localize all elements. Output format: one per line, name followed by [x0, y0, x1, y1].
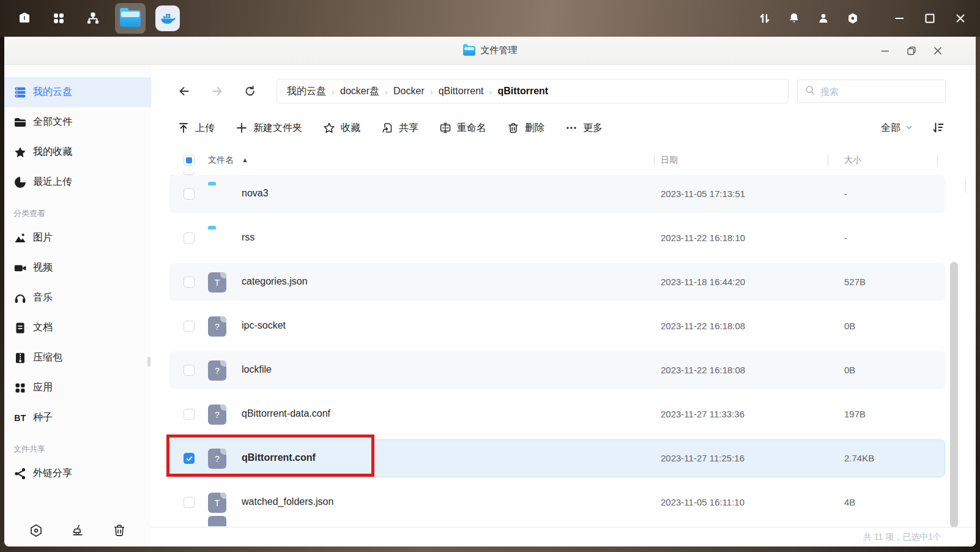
row-checkbox[interactable]: [184, 409, 195, 420]
sort-asc-icon[interactable]: ▲: [242, 156, 248, 163]
rename-button[interactable]: 重命名: [439, 122, 486, 135]
clean-broom-icon[interactable]: [70, 523, 85, 538]
transfer-icon[interactable]: [757, 11, 772, 26]
document-icon: [13, 321, 28, 335]
list-scrollbar-thumb[interactable]: [950, 262, 958, 528]
column-header-name[interactable]: 文件名: [208, 155, 234, 166]
bt-torrent-icon: BT: [13, 411, 28, 425]
table-row[interactable]: nova3 2023-11-05 17:13:51 -: [151, 172, 976, 216]
window-close-icon[interactable]: [932, 45, 943, 56]
sidebar-item-my-cloud-drive[interactable]: 我的云盘: [4, 77, 151, 107]
sidebar-item-archives[interactable]: 压缩包: [4, 343, 151, 373]
notifications-bell-icon[interactable]: [787, 11, 801, 26]
select-all-checkbox[interactable]: [184, 155, 195, 166]
filter-all-dropdown[interactable]: 全部: [881, 122, 913, 135]
sidebar-item-external-share[interactable]: 外链分享: [4, 458, 151, 488]
system-settings-icon[interactable]: [845, 11, 860, 26]
sidebar-item-images[interactable]: 图片: [4, 223, 151, 253]
breadcrumb-item-current[interactable]: qBittorrent: [498, 86, 549, 97]
sidebar-item-label: 最近上传: [33, 176, 72, 188]
sidebar-item-all-files[interactable]: 全部文件: [4, 107, 151, 137]
star-outline-icon: [323, 122, 335, 134]
row-checkbox[interactable]: [184, 365, 195, 376]
search-box[interactable]: [797, 80, 946, 103]
sidebar-item-torrents[interactable]: BT 种子: [4, 403, 151, 433]
row-checkbox[interactable]: [184, 188, 195, 200]
more-dots-icon: [565, 122, 577, 134]
sidebar-item-label: 文档: [33, 321, 53, 334]
column-header-size[interactable]: 大小: [844, 155, 861, 166]
taskbar-maximize-icon[interactable]: [922, 11, 937, 26]
table-row[interactable]: rss 2023-11-22 16:18:10 -: [151, 216, 976, 260]
sidebar-item-recent-uploads[interactable]: 最近上传: [4, 167, 151, 197]
more-button[interactable]: 更多: [565, 122, 603, 135]
row-checkbox[interactable]: [184, 233, 195, 244]
table-row[interactable]: T watched_folders.json 2023-11-05 16:11:…: [151, 480, 976, 524]
headphones-icon: [13, 291, 28, 305]
file-manager-window: 文件管理 我的云盘: [4, 37, 976, 546]
chevron-right-icon: ›: [430, 86, 433, 97]
search-input[interactable]: [820, 86, 938, 97]
new-folder-button[interactable]: 新建文件夹: [236, 122, 302, 135]
table-row[interactable]: ? ipc-socket 2023-11-22 16:18:08 0B: [151, 304, 976, 348]
unknown-file-icon: ?: [208, 316, 226, 337]
home-icon: [17, 11, 32, 26]
sort-order-icon[interactable]: [931, 121, 946, 135]
folder-icon: [120, 10, 141, 27]
forward-icon[interactable]: [210, 84, 224, 98]
share-button[interactable]: 共享: [381, 122, 418, 135]
user-icon[interactable]: [816, 11, 831, 26]
sidebar-item-documents[interactable]: 文档: [4, 313, 151, 343]
docker-app-button[interactable]: [155, 6, 180, 31]
apps-grid-icon: [13, 381, 28, 395]
upload-button[interactable]: 上传: [177, 122, 215, 135]
sidebar-scrollbar[interactable]: [147, 357, 150, 367]
window-restore-icon[interactable]: [906, 45, 916, 56]
sidebar-item-label: 视频: [33, 261, 53, 274]
annotation-red-box: [166, 435, 374, 477]
sidebar-item-label: 我的收藏: [33, 146, 72, 159]
delete-button[interactable]: 删除: [507, 122, 544, 135]
row-checkbox[interactable]: [184, 321, 195, 332]
window-minimize-icon[interactable]: [880, 45, 890, 56]
sidebar-item-favorites[interactable]: 我的收藏: [4, 137, 151, 167]
breadcrumb-item[interactable]: Docker: [393, 86, 425, 97]
table-row[interactable]: ? lockfile 2023-11-22 16:18:08 0B: [151, 348, 976, 392]
taskbar-minimize-icon[interactable]: [892, 11, 907, 26]
sidebar-item-label: 音乐: [33, 291, 53, 304]
refresh-icon[interactable]: [243, 84, 257, 98]
cloud-drive-icon: [13, 85, 28, 100]
app-grid-button[interactable]: [46, 6, 71, 31]
breadcrumb-item[interactable]: 我的云盘: [287, 85, 326, 98]
sidebar: 我的云盘 全部文件 我的收藏 最近上传 分类查看: [4, 65, 151, 546]
video-camera-icon: [13, 261, 28, 275]
sidebar-section-category: 分类查看: [13, 208, 151, 219]
trash-icon: [507, 122, 519, 134]
partial-row-file-icon: [208, 516, 226, 526]
home-button[interactable]: [12, 6, 37, 31]
back-icon[interactable]: [177, 84, 191, 98]
settings-hexagon-icon[interactable]: [29, 523, 43, 538]
window-titlebar[interactable]: 文件管理: [4, 37, 976, 65]
table-row[interactable]: T categories.json 2023-11-18 16:44:20 52…: [151, 260, 976, 304]
taskbar-close-icon[interactable]: [953, 11, 968, 26]
breadcrumb-item[interactable]: qBittorrent: [439, 86, 484, 97]
sidebar-item-videos[interactable]: 视频: [4, 253, 151, 283]
sidebar-item-label: 种子: [33, 411, 53, 424]
sidebar-trash-icon[interactable]: [112, 523, 127, 538]
file-manager-app-button[interactable]: [115, 3, 146, 34]
row-checkbox[interactable]: [184, 497, 195, 508]
row-checkbox[interactable]: [184, 277, 195, 288]
breadcrumb-item[interactable]: docker盘: [340, 85, 379, 98]
sidebar-item-label: 图片: [33, 231, 53, 244]
column-header-date[interactable]: 日期: [661, 155, 678, 166]
app-grid-icon: [51, 11, 66, 26]
favorite-button[interactable]: 收藏: [323, 122, 360, 135]
sidebar-item-apps[interactable]: 应用: [4, 373, 151, 403]
chevron-down-icon: [905, 122, 913, 133]
file-list: nova3 2023-11-05 17:13:51 - rss 2023-11-…: [151, 172, 976, 527]
table-row[interactable]: ? qBittorrent-data.conf 2023-11-27 11:33…: [151, 392, 976, 436]
desktop-taskbar: [0, 0, 980, 37]
network-button[interactable]: [81, 6, 105, 31]
sidebar-item-music[interactable]: 音乐: [4, 283, 151, 313]
